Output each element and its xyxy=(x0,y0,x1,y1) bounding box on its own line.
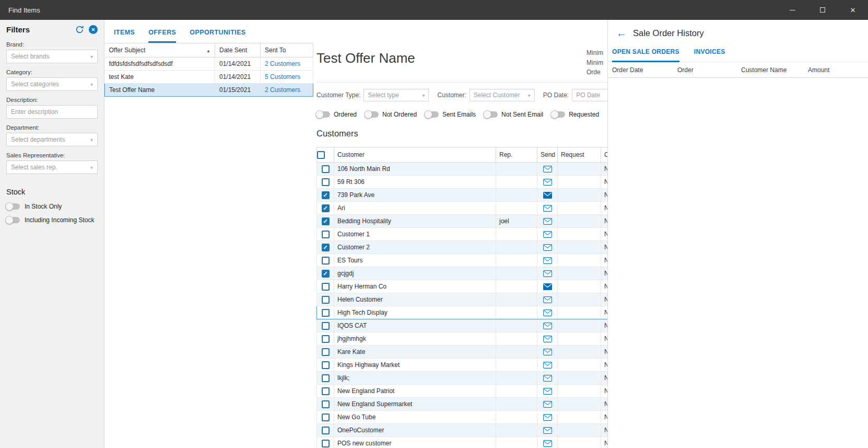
customer-row[interactable]: New England SupermarketN xyxy=(317,398,608,411)
mail-sent-icon[interactable] xyxy=(543,192,552,199)
close-button[interactable]: ✕ xyxy=(838,0,868,20)
mail-icon[interactable] xyxy=(543,388,552,395)
mail-icon[interactable] xyxy=(543,362,552,369)
customer-row[interactable]: Bedding HospitalityjoelN xyxy=(317,215,608,228)
mail-icon[interactable] xyxy=(543,414,552,421)
customer-type-control[interactable]: Select type▾ xyxy=(363,89,429,101)
mail-icon[interactable] xyxy=(543,179,552,186)
mail-icon[interactable] xyxy=(543,427,552,434)
sent-to-link[interactable]: 2 Customers xyxy=(265,60,300,67)
sent-emails-toggle[interactable] xyxy=(425,111,439,118)
sales-representative-input[interactable]: Select sales rep.▾ xyxy=(6,160,98,174)
tab-items[interactable]: ITEMS xyxy=(114,20,135,43)
customer-checkbox[interactable] xyxy=(322,191,330,199)
including-incoming-stock-toggle[interactable] xyxy=(6,217,20,223)
requested-toggle[interactable] xyxy=(552,111,565,118)
mail-icon[interactable] xyxy=(543,244,552,251)
customer-checkbox[interactable] xyxy=(322,413,330,421)
customer-row[interactable]: lkjlk;N xyxy=(317,372,608,385)
refresh-filters-icon[interactable] xyxy=(75,25,84,34)
customer-checkbox[interactable] xyxy=(322,270,330,278)
category-input[interactable]: Select categories▾ xyxy=(6,77,98,91)
customer-checkbox[interactable] xyxy=(322,400,330,408)
mail-icon[interactable] xyxy=(543,231,552,238)
customer-checkbox[interactable] xyxy=(322,361,330,369)
mail-icon[interactable] xyxy=(543,440,552,447)
customer-checkbox[interactable] xyxy=(322,335,330,343)
customer-row[interactable]: AriN xyxy=(317,202,608,215)
mail-icon[interactable] xyxy=(543,349,552,355)
back-arrow-icon[interactable]: ← xyxy=(616,28,627,38)
offer-row[interactable]: test Kate01/14/20215 Customers xyxy=(105,71,313,84)
offers-column-date-sent[interactable]: Date Sent xyxy=(215,43,261,58)
customer-checkbox[interactable] xyxy=(322,309,330,317)
customer-checkbox[interactable] xyxy=(322,178,330,186)
history-tab-open-sale-orders[interactable]: OPEN SALE ORDERS xyxy=(612,44,679,62)
brand-input[interactable]: Select brands▾ xyxy=(6,50,98,63)
mail-icon[interactable] xyxy=(543,309,552,316)
mail-icon[interactable] xyxy=(543,296,552,303)
customer-checkbox[interactable] xyxy=(322,387,330,395)
department-input[interactable]: Select departments▾ xyxy=(6,133,98,146)
mail-icon[interactable] xyxy=(543,257,552,264)
customer-row[interactable]: POS new customerN xyxy=(317,437,608,448)
customer-checkbox[interactable] xyxy=(322,165,330,173)
customer-row[interactable]: Harry Herman CoN xyxy=(317,280,608,293)
customer-row[interactable]: ES ToursN xyxy=(317,254,608,267)
in-stock-only-toggle[interactable] xyxy=(6,203,20,210)
mail-icon[interactable] xyxy=(543,166,552,173)
sent-to-link[interactable]: 2 Customers xyxy=(265,86,300,94)
customer-row[interactable]: IQOS CATN xyxy=(317,319,608,332)
maximize-button[interactable] xyxy=(807,0,838,20)
mail-icon[interactable] xyxy=(543,401,552,408)
sent-to-link[interactable]: 5 Customers xyxy=(265,73,300,81)
mail-icon[interactable] xyxy=(543,375,552,382)
offers-column-offer-subject[interactable]: Offer Subject▲ xyxy=(105,43,215,58)
customer-checkbox[interactable] xyxy=(322,244,330,251)
mail-icon[interactable] xyxy=(543,323,552,329)
customer-row[interactable]: Customer 1N xyxy=(317,228,608,241)
customer-row[interactable]: Customer 2N xyxy=(317,241,608,254)
ordered-toggle[interactable] xyxy=(316,111,330,118)
clear-filters-icon[interactable]: ✕ xyxy=(89,25,98,34)
customer-row[interactable]: 739 Park AveN xyxy=(317,189,608,202)
customer-checkbox[interactable] xyxy=(322,322,330,330)
select-all-checkbox[interactable] xyxy=(317,151,325,159)
tab-opportunities[interactable]: OPPORTUNITIES xyxy=(190,20,245,43)
customer-row[interactable]: 106 North Main RdN xyxy=(317,163,608,176)
customer-row[interactable]: Kings Highway MarketN xyxy=(317,359,608,372)
customer-checkbox[interactable] xyxy=(322,204,330,212)
customer-row[interactable]: 59 Rt 306N xyxy=(317,176,608,189)
mail-sent-icon[interactable] xyxy=(543,283,552,290)
description-input[interactable]: Enter description xyxy=(6,105,98,119)
customer-checkbox[interactable] xyxy=(322,296,330,304)
customer-control[interactable]: Select Customer▾ xyxy=(470,89,535,101)
mail-icon[interactable] xyxy=(543,218,552,225)
customer-row[interactable]: New England PatriotN xyxy=(317,385,608,398)
customer-checkbox[interactable] xyxy=(322,374,330,382)
history-tab-invoices[interactable]: INVOICES xyxy=(694,44,725,62)
customer-checkbox[interactable] xyxy=(322,231,330,238)
mail-icon[interactable] xyxy=(543,270,552,277)
minimize-button[interactable] xyxy=(777,0,807,20)
not-sent-email-toggle[interactable] xyxy=(484,111,498,118)
customer-row[interactable]: New Go TubeN xyxy=(317,411,608,424)
not-ordered-toggle[interactable] xyxy=(365,111,379,118)
mail-icon[interactable] xyxy=(543,336,552,342)
customer-row[interactable]: jhgjhmhgkN xyxy=(317,332,608,346)
mail-icon[interactable] xyxy=(543,205,552,212)
customer-checkbox[interactable] xyxy=(322,440,330,447)
offer-row[interactable]: fdfdsfdsfsdfsdfsdfsdsdf01/14/20212 Custo… xyxy=(105,58,313,71)
customer-row[interactable]: gcjgdjN xyxy=(317,267,608,280)
customer-checkbox[interactable] xyxy=(322,217,330,225)
customer-checkbox[interactable] xyxy=(322,257,330,265)
customer-checkbox[interactable] xyxy=(322,348,330,356)
customer-row[interactable]: Kare KateN xyxy=(317,346,608,359)
po-date-control[interactable]: PO Date xyxy=(572,89,607,101)
customer-row[interactable]: OnePoCustomerN xyxy=(317,424,608,437)
customer-checkbox[interactable] xyxy=(322,283,330,291)
customer-row[interactable]: High Tech DisplayN xyxy=(317,306,608,319)
tab-offers[interactable]: OFFERS xyxy=(148,20,176,43)
offers-column-sent-to[interactable]: Sent To xyxy=(261,43,313,58)
offer-row[interactable]: Test Offer Name01/15/20212 Customers xyxy=(105,84,313,97)
